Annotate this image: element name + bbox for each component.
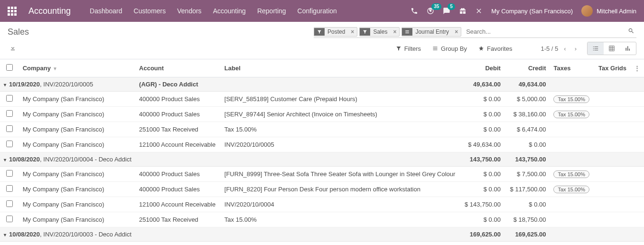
filters-button[interactable]: Filters [396, 45, 421, 52]
cell-credit: $ 5,000.00 [504, 92, 550, 107]
row-select-cell [0, 137, 19, 152]
menu-reporting[interactable]: Reporting [257, 7, 286, 15]
menu-accounting[interactable]: Accounting [213, 7, 246, 15]
th-credit[interactable]: Credit [504, 59, 550, 77]
group-extra [135, 227, 221, 242]
cell-tax-grids [593, 182, 630, 197]
caret-icon: ▾ [4, 232, 6, 237]
download-icon[interactable] [8, 43, 18, 55]
search-icon[interactable] [626, 26, 636, 38]
search-input[interactable] [463, 26, 626, 37]
close-icon[interactable] [475, 7, 483, 15]
pager-prev[interactable]: ‹ [561, 43, 569, 54]
group-extra [135, 152, 221, 167]
th-tax-grids[interactable]: Tax Grids [593, 59, 630, 77]
facet-journal-entry[interactable]: Journal Entry × [401, 27, 461, 37]
cell-label: [FURN_8999] Three-Seat Sofa Three Seater… [221, 167, 459, 182]
cell-tax-grids [593, 212, 630, 227]
cell-account: 400000 Product Sales [135, 167, 221, 182]
cell-tax-grids [593, 137, 630, 152]
pager-next[interactable]: › [572, 43, 579, 54]
th-company[interactable]: Company▼ [19, 59, 135, 77]
phone-icon[interactable] [411, 7, 418, 15]
facet-sales[interactable]: Sales × [359, 27, 400, 37]
favorites-button[interactable]: Favorites [478, 45, 512, 52]
row-select-cell [0, 212, 19, 227]
facet-remove[interactable]: × [452, 28, 461, 36]
view-graph[interactable] [620, 42, 636, 55]
group-header[interactable]: ▾10/08/2020, INV/2020/10/0003 - Deco Add… [0, 227, 644, 242]
facet-posted[interactable]: Posted × [314, 27, 357, 37]
cell-debit: $ 0.00 [459, 122, 504, 137]
facet-label: Sales [370, 28, 390, 36]
column-options[interactable]: ⋮ [630, 59, 644, 77]
activities-icon[interactable]: 35 [427, 7, 434, 15]
systray: 35 5 My Company (San Francisco) Mitchell… [411, 5, 636, 17]
top-navbar: Accounting Dashboard Customers Vendors A… [0, 0, 644, 22]
cell-account: 400000 Product Sales [135, 107, 221, 122]
group-header[interactable]: ▾10/08/2020, INV/2020/10/0004 - Deco Add… [0, 152, 644, 167]
group-credit: 169,625.00 [504, 227, 550, 242]
th-debit[interactable]: Debit [459, 59, 504, 77]
cell-taxes: Tax 15.00% [550, 182, 593, 197]
view-switcher [587, 42, 636, 55]
tax-tag[interactable]: Tax 15.00% [553, 111, 589, 118]
row-checkbox[interactable] [6, 110, 13, 117]
cell-credit: $ 0.00 [504, 197, 550, 212]
view-pivot[interactable] [604, 42, 620, 55]
discuss-icon[interactable]: 5 [443, 7, 450, 15]
th-taxes[interactable]: Taxes [550, 59, 593, 77]
cell-label: [SERV_89744] Senior Architect (Invoice o… [221, 107, 459, 122]
group-credit: 49,634.00 [504, 77, 550, 92]
user-menu[interactable]: Mitchell Admin [581, 5, 636, 17]
table-row[interactable]: My Company (San Francisco)400000 Product… [0, 107, 644, 122]
table-header-row: Company▼ Account Label Debit Credit Taxe… [0, 59, 644, 77]
row-checkbox[interactable] [6, 170, 13, 177]
groupby-button[interactable]: Group By [432, 45, 467, 52]
row-checkbox[interactable] [6, 185, 13, 192]
table-row[interactable]: My Company (San Francisco)121000 Account… [0, 197, 644, 212]
gift-icon[interactable] [459, 7, 467, 15]
tax-tag[interactable]: Tax 15.00% [553, 170, 589, 178]
cell-tax-grids [593, 107, 630, 122]
th-label[interactable]: Label [221, 59, 459, 77]
facet-remove[interactable]: × [348, 28, 357, 36]
th-account[interactable]: Account [135, 59, 221, 77]
group-header[interactable]: ▾10/19/2020, INV/2020/10/0005(AGR) - Dec… [0, 77, 644, 92]
tax-tag[interactable]: Tax 15.00% [553, 95, 589, 103]
tax-tag[interactable]: Tax 15.00% [553, 186, 589, 193]
group-icon [402, 28, 412, 36]
row-checkbox[interactable] [6, 200, 13, 207]
row-checkbox[interactable] [6, 216, 13, 222]
company-switcher[interactable]: My Company (San Francisco) [491, 8, 573, 15]
row-checkbox[interactable] [6, 125, 13, 132]
app-title: Accounting [28, 6, 71, 16]
table-row[interactable]: My Company (San Francisco)400000 Product… [0, 182, 644, 197]
menu-customers[interactable]: Customers [134, 7, 166, 15]
cell-debit: $ 49,634.00 [459, 137, 504, 152]
control-panel: Sales Posted × Sales × Journal Entry × [0, 22, 644, 57]
cell-taxes [550, 137, 593, 152]
table-row[interactable]: My Company (San Francisco)251000 Tax Rec… [0, 212, 644, 227]
view-list[interactable] [588, 42, 604, 55]
row-checkbox[interactable] [6, 141, 13, 147]
list-view: Company▼ Account Label Debit Credit Taxe… [0, 59, 644, 242]
search-bar[interactable]: Posted × Sales × Journal Entry × [314, 26, 636, 38]
cell-label: Tax 15.00% [221, 122, 459, 137]
row-checkbox[interactable] [6, 95, 13, 102]
pager-value[interactable]: 1-5 / 5 [541, 45, 558, 52]
cell-label: INV/2020/10/0004 [221, 197, 459, 212]
select-all-checkbox[interactable] [6, 64, 13, 71]
table-row[interactable]: My Company (San Francisco)400000 Product… [0, 167, 644, 182]
journal-items-table: Company▼ Account Label Debit Credit Taxe… [0, 59, 644, 242]
search-options: Filters Group By Favorites [396, 45, 513, 52]
table-row[interactable]: My Company (San Francisco)400000 Product… [0, 92, 644, 107]
menu-vendors[interactable]: Vendors [177, 7, 201, 15]
apps-icon[interactable] [8, 7, 17, 16]
menu-configuration[interactable]: Configuration [298, 7, 337, 15]
menu-dashboard[interactable]: Dashboard [90, 7, 122, 15]
table-row[interactable]: My Company (San Francisco)251000 Tax Rec… [0, 122, 644, 137]
facet-remove[interactable]: × [390, 28, 399, 36]
table-row[interactable]: My Company (San Francisco)121000 Account… [0, 137, 644, 152]
cell-debit: $ 0.00 [459, 167, 504, 182]
